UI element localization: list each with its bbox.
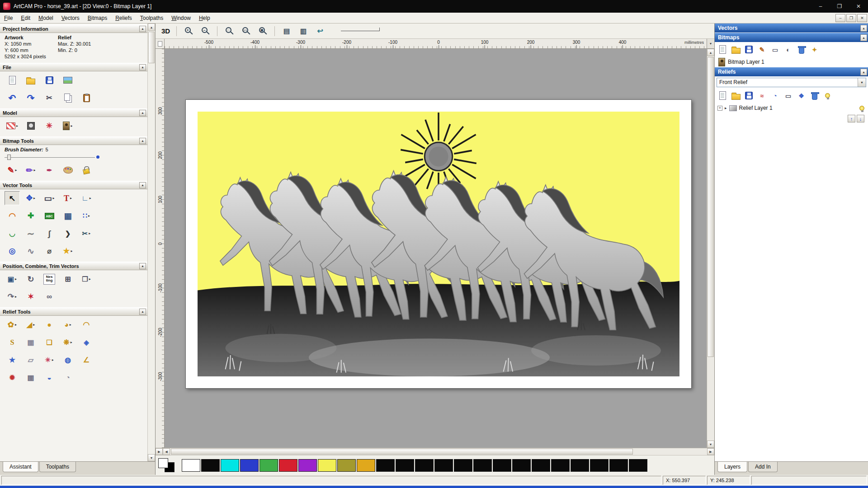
mirror-vectors-button[interactable]: ↷▸: [5, 290, 20, 304]
minimize-button[interactable]: –: [811, 0, 830, 13]
delete-relief-layer-button[interactable]: [808, 90, 821, 101]
menu-help[interactable]: Help: [195, 14, 214, 23]
scroll-down-icon[interactable]: ▼: [148, 454, 155, 461]
palette-swatch-11[interactable]: [396, 459, 414, 472]
save-bitmap-button[interactable]: [743, 44, 755, 55]
weave-wizard-button[interactable]: ▦: [23, 335, 38, 349]
palette-swatch-14[interactable]: [454, 459, 472, 472]
toggle-composite-view-button[interactable]: ▥: [296, 24, 311, 38]
flyout-arrow-icon[interactable]: ▸: [88, 214, 90, 218]
bitmaps-header[interactable]: Bitmaps ▲: [715, 33, 868, 42]
tree-branch-icon[interactable]: ▸: [725, 106, 727, 110]
fan-relief-button[interactable]: ✴▸: [42, 353, 57, 367]
swept-profile-button[interactable]: S: [5, 335, 20, 349]
bitmap-wizard-button[interactable]: ✦: [808, 44, 821, 55]
flyout-arrow-icon[interactable]: ▸: [89, 231, 90, 235]
draw-colour-button[interactable]: ✒: [42, 163, 57, 177]
collapse-arrow-icon[interactable]: ▲: [139, 182, 146, 188]
two-rail-sweep-button[interactable]: ◠: [79, 318, 94, 332]
flood-fill-button[interactable]: [79, 163, 94, 177]
layer-frame-button[interactable]: ▭: [769, 44, 781, 55]
reliefs-header[interactable]: Reliefs ▲: [715, 67, 868, 76]
fit-arcs-button[interactable]: ◠: [5, 209, 20, 223]
palette-swatch-6[interactable]: [298, 459, 317, 472]
flyout-arrow-icon[interactable]: ▸: [33, 323, 35, 327]
relief-layer-name[interactable]: Relief Layer 1: [739, 105, 773, 111]
block-paste-button[interactable]: ∷▸: [79, 209, 94, 223]
open-relief-button[interactable]: [730, 90, 742, 101]
rotate-vectors-button[interactable]: ↻: [23, 272, 38, 286]
collapse-arrow-icon[interactable]: ▲: [139, 64, 146, 70]
texture-relief-tool-button[interactable]: ❋▸: [60, 335, 75, 349]
mdi-close-button[interactable]: ✕: [857, 14, 867, 22]
document-page[interactable]: [185, 99, 692, 389]
new-model-button[interactable]: [5, 73, 20, 87]
flyout-arrow-icon[interactable]: ▸: [90, 196, 91, 200]
tab-add-in[interactable]: Add In: [748, 462, 778, 472]
flyout-arrow-icon[interactable]: ▸: [15, 295, 17, 299]
scroll-up-icon[interactable]: ▲: [148, 23, 155, 31]
flyout-arrow-icon[interactable]: ▸: [89, 277, 91, 281]
collapse-arrow-icon[interactable]: ▲: [860, 69, 867, 75]
paint-button[interactable]: ✎▸: [5, 163, 20, 177]
relief-visibility-button[interactable]: [821, 90, 834, 101]
create-polyline-button[interactable]: ◡: [5, 226, 20, 240]
isolate-relief-button[interactable]: ◒: [42, 371, 57, 385]
palette-swatch-17[interactable]: [512, 459, 531, 472]
move-layer-down-button[interactable]: ↓: [857, 115, 864, 122]
texture-relief-button[interactable]: ▸: [60, 119, 75, 133]
menu-toolpaths[interactable]: Toolpaths: [136, 14, 167, 23]
open-bitmap-button[interactable]: [730, 44, 742, 55]
angled-plane-button[interactable]: ∠: [79, 353, 94, 367]
tab-layers[interactable]: Layers: [717, 462, 747, 472]
collapse-arrow-icon[interactable]: ▲: [139, 110, 146, 116]
primary-secondary-colours[interactable]: [158, 458, 178, 473]
select-vectors-button[interactable]: ↖: [5, 191, 20, 205]
primary-colour-swatch[interactable]: [158, 458, 168, 468]
constrain-sculpt-button[interactable]: ◈: [79, 335, 94, 349]
collapse-arrow-icon[interactable]: ▲: [139, 26, 146, 32]
menu-file[interactable]: File: [0, 14, 17, 23]
star-wizard-button[interactable]: ★: [5, 353, 20, 367]
face-wizard-button[interactable]: ▱: [23, 353, 38, 367]
fit-curve-button[interactable]: ∼: [23, 226, 38, 240]
smooth-relief-button[interactable]: ◔: [60, 371, 75, 385]
palette-swatch-5[interactable]: [279, 459, 297, 472]
open-model-button[interactable]: [23, 73, 38, 87]
dome-relief-button[interactable]: ◍: [60, 353, 75, 367]
menu-edit[interactable]: Edit: [17, 14, 34, 23]
block-copy-button[interactable]: ⊞: [60, 272, 75, 286]
spin-button[interactable]: ●: [42, 318, 57, 332]
scrollbar-thumb[interactable]: [148, 32, 155, 63]
collapse-arrow-icon[interactable]: ▲: [139, 263, 146, 269]
relief-layer-row[interactable]: + ▸ Relief Layer 1: [715, 103, 868, 113]
previous-view-button[interactable]: ↩: [312, 24, 328, 38]
palette-swatch-18[interactable]: [532, 459, 550, 472]
bitmap-layer-name[interactable]: Bitmap Layer 1: [728, 59, 764, 65]
create-star-button[interactable]: ★▸: [60, 244, 75, 258]
adjust-greyscale-button[interactable]: [23, 119, 38, 133]
create-text-button[interactable]: T▸: [60, 191, 75, 205]
bitmap-to-vector-button[interactable]: ✚: [23, 209, 38, 223]
flyout-arrow-icon[interactable]: ▸: [15, 168, 17, 172]
slider-thumb[interactable]: [7, 155, 11, 160]
maximize-button[interactable]: ❐: [830, 0, 849, 13]
palette-swatch-20[interactable]: [571, 459, 589, 472]
scroll-right-icon[interactable]: ▶: [707, 448, 714, 455]
shape-editor-button[interactable]: ✿▸: [5, 318, 20, 332]
flyout-arrow-icon[interactable]: ▸: [33, 196, 35, 200]
measure-button[interactable]: ⌀: [42, 244, 57, 258]
zoom-out-button[interactable]: [198, 24, 213, 38]
palette-swatch-8[interactable]: [337, 459, 356, 472]
offset-relief-button[interactable]: ❏: [42, 335, 57, 349]
create-rectangle-button[interactable]: ▭▸: [42, 191, 57, 205]
palette-swatch-7[interactable]: [318, 459, 336, 472]
trim-vectors-button[interactable]: ✂▸: [79, 226, 94, 240]
mdi-minimize-button[interactable]: –: [835, 14, 845, 22]
zoom-one-to-one-button[interactable]: [238, 24, 254, 38]
offset-vectors-button[interactable]: ∟▸: [79, 191, 94, 205]
new-bitmap-layer-button[interactable]: [717, 44, 729, 55]
layer-contrast-button[interactable]: ◐: [782, 44, 794, 55]
nesting-button[interactable]: [42, 272, 57, 286]
collapse-arrow-icon[interactable]: ▲: [139, 138, 146, 144]
